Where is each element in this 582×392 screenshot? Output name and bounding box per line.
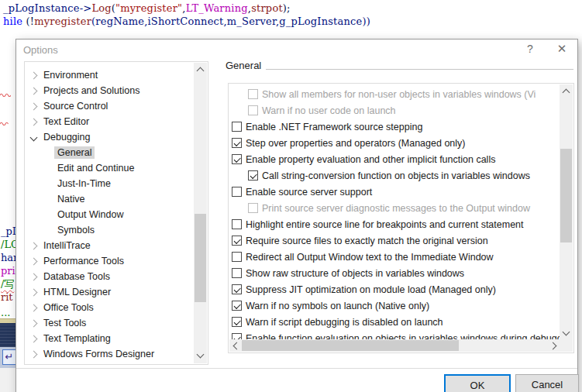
scroll-right-arrow-icon[interactable]: [549, 342, 557, 350]
tree-scrollbar[interactable]: [194, 63, 207, 363]
checkbox[interactable]: [232, 268, 242, 278]
code-line: hile (!myregister(regName,iShortConnect,…: [3, 15, 370, 27]
tree-item-debugging[interactable]: Debugging: [25, 130, 208, 146]
ok-button[interactable]: OK: [444, 374, 511, 392]
tree-item-office-tools[interactable]: Office Tools: [25, 301, 208, 316]
chevron-right-icon[interactable]: [30, 242, 38, 250]
tree-item-label: Source Control: [43, 101, 108, 112]
checkbox[interactable]: [232, 236, 242, 246]
option-label: Warn if no user code on launch: [262, 105, 396, 116]
vs-chrome-fragment: [0, 323, 16, 347]
tree-item-label: Environment: [43, 70, 98, 81]
checkbox[interactable]: [232, 138, 242, 148]
option-label: Show all members for non-user objects in…: [262, 89, 536, 100]
checkbox: [248, 105, 258, 115]
screen: _pLogInstance->Log("myregister",LT_Warni…: [0, 0, 582, 392]
code-token: myregister: [34, 15, 91, 27]
option-redirect-all-output-window-text-to-the-imm[interactable]: Redirect all Output Window text to the I…: [229, 249, 560, 266]
clipped-code-fragment: /写: [1, 277, 14, 291]
tree-item-label: Windows Forms Designer: [43, 349, 154, 359]
option-call-string-conversion-function-on-objects[interactable]: Call string-conversion function on objec…: [229, 168, 560, 184]
error-squiggle: [0, 121, 9, 126]
tree-item-just-in-time[interactable]: Just-In-Time: [25, 177, 208, 192]
chevron-right-icon[interactable]: [30, 320, 38, 328]
options-vertical-scrollbar[interactable]: [560, 84, 573, 340]
tree-item-output-window[interactable]: Output Window: [25, 208, 208, 223]
scroll-down-arrow-icon[interactable]: [563, 328, 570, 336]
options-horizontal-scrollbar[interactable]: [229, 339, 560, 352]
tree-item-html-designer[interactable]: HTML Designer: [25, 285, 208, 301]
tree-item-test-tools[interactable]: Test Tools: [25, 316, 208, 332]
tree-item-intellitrace[interactable]: IntelliTrace: [25, 239, 208, 254]
chevron-right-icon[interactable]: [30, 72, 38, 80]
help-button[interactable]: ?: [523, 43, 537, 57]
chevron-right-icon[interactable]: [30, 304, 38, 312]
checkbox[interactable]: [232, 301, 242, 311]
group-label: General: [226, 60, 261, 71]
scrollbar-thumb[interactable]: [195, 214, 206, 302]
tree-item-projects-and-solutions[interactable]: Projects and Solutions: [25, 84, 208, 99]
scroll-up-arrow-icon[interactable]: [197, 67, 205, 75]
option-suppress-jit-optimization-on-module-load-m[interactable]: Suppress JIT optimization on module load…: [229, 282, 560, 298]
checkbox[interactable]: [232, 154, 242, 164]
checkbox[interactable]: [232, 317, 242, 327]
tree-item-database-tools[interactable]: Database Tools: [25, 270, 208, 285]
code-token: "myregister": [115, 2, 182, 14]
tree-item-text-templating[interactable]: Text Templating: [25, 332, 208, 347]
option-label: Suppress JIT optimization on module load…: [246, 284, 496, 295]
option-label: Redirect all Output Window text to the I…: [246, 252, 494, 263]
checkbox[interactable]: [232, 122, 242, 132]
tree-item-text-editor[interactable]: Text Editor: [25, 115, 208, 130]
tree-item-edit-and-continue[interactable]: Edit and Continue: [25, 161, 208, 177]
chevron-right-icon[interactable]: [30, 258, 38, 266]
option-enable-source-server-support[interactable]: Enable source server support: [229, 184, 560, 201]
option-label: Require source files to exactly match th…: [246, 236, 488, 246]
tree-item-label: Projects and Solutions: [43, 85, 139, 96]
clipped-code-fragment: pri: [1, 265, 15, 277]
return-arrow-button[interactable]: ↵: [2, 349, 16, 365]
tree-item-label: Symbols: [57, 225, 95, 236]
option-highlight-entire-source-line-for-breakpoin[interactable]: Highlight entire source line for breakpo…: [229, 217, 560, 233]
tree-item-source-control[interactable]: Source Control: [25, 99, 208, 115]
tree-item-native[interactable]: Native: [25, 192, 208, 208]
checkbox[interactable]: [232, 219, 242, 229]
option-label: Warn if no symbols on launch (Native onl…: [246, 301, 429, 311]
checkbox[interactable]: [232, 284, 242, 294]
tree-item-environment[interactable]: Environment: [25, 68, 208, 84]
scroll-left-arrow-icon[interactable]: [233, 342, 241, 350]
cancel-button[interactable]: Cancel: [515, 374, 579, 392]
tree-item-symbols[interactable]: Symbols: [25, 223, 208, 239]
tree-item-performance-tools[interactable]: Performance Tools: [25, 254, 208, 270]
tree-item-label: General: [54, 146, 95, 159]
scroll-down-arrow-icon[interactable]: [197, 351, 205, 359]
checkbox[interactable]: [248, 170, 258, 181]
scrollbar-thumb[interactable]: [560, 149, 572, 242]
chevron-right-icon[interactable]: [30, 289, 38, 297]
options-list: Show all members for non-user objects in…: [228, 83, 574, 353]
close-icon[interactable]: ✕: [555, 42, 569, 56]
option-enable-net-framework-source-stepping[interactable]: Enable .NET Framework source stepping: [229, 119, 560, 136]
option-warn-if-no-user-code-on-launch: Warn if no user code on launch: [229, 103, 560, 119]
checkbox[interactable]: [232, 187, 242, 197]
chevron-right-icon[interactable]: [30, 351, 38, 359]
chevron-right-icon[interactable]: [30, 88, 38, 95]
chevron-right-icon[interactable]: [30, 273, 38, 281]
option-enable-property-evaluation-and-other-impli[interactable]: Enable property evaluation and other imp…: [229, 152, 560, 168]
option-require-source-files-to-exactly-match-the-[interactable]: Require source files to exactly match th…: [229, 233, 560, 249]
tree-item-general[interactable]: General: [25, 146, 208, 161]
option-warn-if-no-symbols-on-launch-native-only[interactable]: Warn if no symbols on launch (Native onl…: [229, 298, 560, 315]
chevron-right-icon[interactable]: [30, 335, 38, 343]
scroll-up-arrow-icon[interactable]: [563, 89, 570, 97]
tree-item-label: Native: [57, 194, 84, 205]
chevron-right-icon[interactable]: [30, 103, 38, 111]
chevron-right-icon[interactable]: [30, 119, 38, 126]
checkbox: [248, 203, 258, 213]
option-show-raw-structure-of-objects-in-variables[interactable]: Show raw structure of objects in variabl…: [229, 266, 560, 282]
scrollbar-thumb[interactable]: [242, 340, 459, 351]
option-step-over-properties-and-operators-managed[interactable]: Step over properties and operators (Mana…: [229, 136, 560, 152]
tree-item-windows-forms-designer[interactable]: Windows Forms Designer: [25, 347, 208, 363]
option-warn-if-script-debugging-is-disabled-on-la[interactable]: Warn if script debugging is disabled on …: [229, 315, 560, 331]
checkbox[interactable]: [232, 252, 242, 262]
chevron-down-icon[interactable]: [30, 134, 38, 142]
dialog-titlebar[interactable]: Options ? ✕: [16, 40, 577, 61]
